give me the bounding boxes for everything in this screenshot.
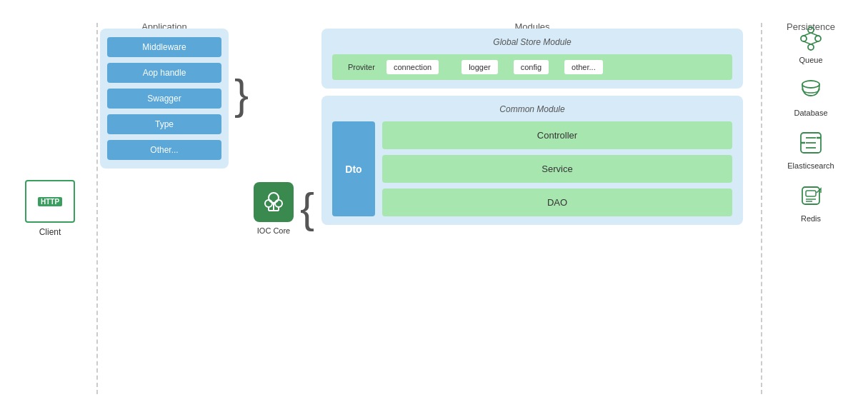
svg-rect-23	[806, 191, 816, 196]
dao-layer: DAO	[382, 189, 732, 216]
ioc-icon	[254, 182, 294, 222]
app-item-swagger: Swagger	[107, 89, 221, 109]
http-label: HTTP	[38, 197, 62, 206]
persistence-queue: Queue	[795, 21, 827, 64]
divider-right	[761, 23, 762, 394]
gs-config: config	[514, 60, 549, 74]
service-layer: Service	[382, 155, 732, 183]
elasticsearch-label: Elasticsearch	[787, 161, 834, 170]
gs-other: other...	[564, 60, 603, 74]
persistence-section: Queue Database	[768, 21, 854, 233]
controller-layer: Controller	[382, 121, 732, 149]
persistence-database: Database	[794, 74, 827, 117]
ioc-label: IOC Core	[257, 226, 290, 235]
divider-left	[96, 23, 98, 394]
svg-point-10	[808, 44, 814, 50]
app-item-other: Other...	[107, 140, 221, 160]
right-curly-brace: {	[300, 187, 314, 230]
persistence-elasticsearch: Elasticsearch	[787, 127, 834, 170]
redis-icon	[795, 180, 827, 211]
ioc-section: IOC Core	[249, 182, 299, 235]
gs-logger: logger	[462, 60, 498, 74]
svg-point-2	[275, 200, 282, 207]
queue-icon	[795, 21, 827, 53]
application-box: Middleware Aop handle Swagger Type Other…	[100, 29, 229, 169]
queue-label: Queue	[799, 56, 822, 64]
svg-point-15	[802, 81, 819, 88]
svg-point-7	[808, 27, 814, 33]
persistence-redis: Redis	[795, 180, 827, 223]
client-label: Client	[39, 227, 61, 237]
elasticsearch-icon	[795, 127, 827, 159]
database-label: Database	[794, 109, 827, 117]
client-section: HTTP Client	[14, 180, 86, 237]
global-store-items: Proviter connection logger config other.…	[332, 54, 732, 80]
left-curly-brace: }	[234, 74, 249, 116]
database-icon	[795, 74, 827, 106]
app-item-middleware: Middleware	[107, 37, 221, 57]
global-store-title: Global Store Module	[332, 37, 732, 47]
common-module: Common Module Dto Controller Service DAO	[321, 96, 743, 225]
gs-provider: Proviter	[341, 60, 382, 74]
svg-point-0	[269, 193, 279, 203]
svg-point-8	[801, 36, 807, 41]
app-item-aop: Aop handle	[107, 63, 221, 83]
svg-line-12	[811, 33, 818, 36]
redis-label: Redis	[801, 214, 821, 223]
svg-line-11	[804, 33, 811, 36]
svg-point-1	[265, 200, 272, 207]
gs-connection: connection	[386, 60, 439, 74]
ioc-svg	[261, 189, 286, 215]
dto-box: Dto	[332, 121, 375, 216]
svg-line-14	[811, 41, 818, 44]
main-diagram: Application Modules Persistence HTTP Cli…	[0, 0, 868, 417]
application-section: Middleware Aop handle Swagger Type Other…	[100, 21, 229, 169]
global-store-module: Global Store Module Proviter connection …	[321, 29, 743, 89]
common-module-inner: Dto Controller Service DAO	[332, 121, 732, 216]
svg-point-9	[815, 36, 821, 41]
app-item-type: Type	[107, 114, 221, 134]
common-module-title: Common Module	[332, 104, 732, 114]
client-icon: HTTP	[25, 180, 75, 223]
common-layers: Controller Service DAO	[382, 121, 732, 216]
svg-line-13	[804, 41, 811, 44]
modules-section: Global Store Module Proviter connection …	[321, 21, 743, 225]
